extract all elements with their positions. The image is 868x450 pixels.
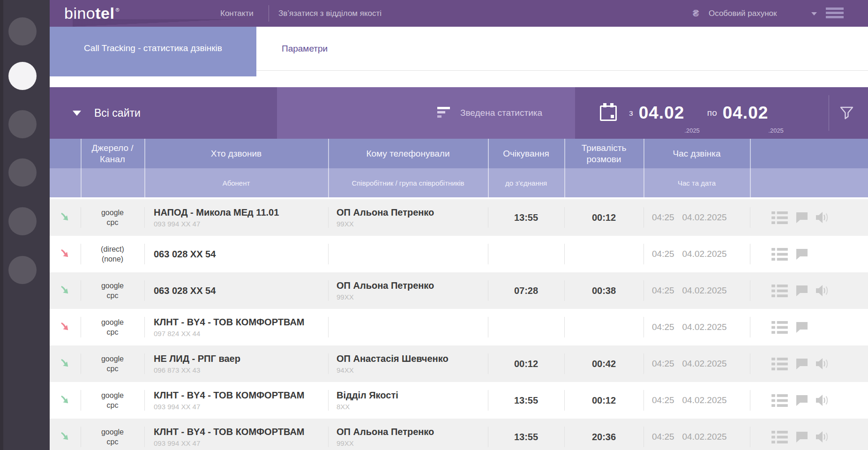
subheader-call-time: Час та дата <box>644 168 750 197</box>
binotel-logo[interactable]: binotel® <box>64 0 120 27</box>
site-selector-label: Всі сайти <box>94 107 141 120</box>
caller-phone: 097 824 XX 44 <box>154 330 200 338</box>
nav-quality-link[interactable]: Зв’язатися з відділом якості <box>278 0 382 27</box>
account-menu[interactable]: Особовий рахунок <box>709 0 777 27</box>
top-header: binotel® Контакти Зв’язатися з відділом … <box>0 0 868 27</box>
hamburger-menu-icon[interactable] <box>826 8 844 20</box>
callee-name: ОП Альона Петренко <box>337 427 434 437</box>
call-date: 04.02.2025 <box>682 285 727 296</box>
callee-cell <box>328 236 488 272</box>
callee-name: ОП Анастасія Шевченко <box>337 353 449 364</box>
table-subheader-row: Абонент Співробітник / група співробітни… <box>50 168 868 197</box>
tab-call-tracking[interactable]: Call Tracking - статистика дзвінків <box>50 27 256 76</box>
sidebar-avatar[interactable] <box>8 158 37 187</box>
table-row: (direct)(none) 063 028 XX 54 04:25 04.02… <box>50 236 868 272</box>
missed-call-icon <box>60 321 71 334</box>
callee-cell <box>328 309 488 345</box>
call-time-cell: 04:25 04.02.2025 <box>644 345 750 382</box>
waiting-time-cell: 13:55 <box>488 382 564 419</box>
duration-cell: 00:42 <box>564 345 644 382</box>
col-header-waiting: Очікування <box>488 139 564 168</box>
comment-icon[interactable] <box>796 395 808 406</box>
callee-extension: 99XX <box>337 439 354 447</box>
call-details-icon[interactable] <box>771 321 788 334</box>
call-details-icon[interactable] <box>771 211 788 224</box>
summary-stats-link[interactable]: Зведена статистика <box>460 108 542 118</box>
callee-name: ОП Альона Петренко <box>337 207 434 218</box>
calendar-icon[interactable] <box>600 105 617 121</box>
app-sidebar <box>0 0 50 450</box>
incoming-call-icon <box>60 357 71 371</box>
tab-parameters[interactable]: Параметри <box>282 27 328 70</box>
call-time-cell: 04:25 04.02.2025 <box>644 199 750 236</box>
row-actions <box>750 382 868 419</box>
comment-icon[interactable] <box>796 431 808 442</box>
comment-icon[interactable] <box>796 285 808 296</box>
row-actions <box>750 236 868 272</box>
dropdown-triangle-icon <box>73 111 81 116</box>
caller-name: КЛНТ - BY4 - ТОВ КОМФОРТВАМ <box>154 390 305 401</box>
summary-stats-icon <box>437 107 450 120</box>
call-time: 04:25 <box>652 395 674 405</box>
audio-icon[interactable] <box>816 431 829 442</box>
callee-name: ОП Альона Петренко <box>337 280 434 291</box>
chevron-down-icon[interactable] <box>811 12 817 15</box>
caller-name: 063 028 XX 54 <box>154 249 216 260</box>
filter-funnel-icon[interactable] <box>840 106 853 122</box>
audio-icon[interactable] <box>816 212 829 223</box>
date-range-picker: з 04.02 .2025 по 04.02 .2025 <box>575 87 868 139</box>
duration-cell <box>564 236 644 272</box>
callee-cell: Відділ Якості 8XX <box>328 382 488 419</box>
duration-cell: 20:36 <box>564 419 644 450</box>
call-time-cell: 04:25 04.02.2025 <box>644 236 750 272</box>
caller-cell: КЛНТ - BY4 - ТОВ КОМФОРТВАМ 097 824 XX 4… <box>144 309 328 345</box>
call-details-icon[interactable] <box>771 394 788 407</box>
caller-cell: КЛНТ - BY4 - ТОВ КОМФОРТВАМ 093 994 XX 4… <box>144 382 328 419</box>
incoming-call-icon <box>60 394 71 407</box>
sidebar-avatar[interactable] <box>8 62 37 90</box>
callee-extension: 8XX <box>337 403 350 411</box>
nav-contacts-link[interactable]: Контакти <box>220 0 254 27</box>
comment-icon[interactable] <box>796 358 808 369</box>
call-details-icon[interactable] <box>771 285 788 297</box>
caller-name: 063 028 XX 54 <box>154 285 216 296</box>
audio-icon[interactable] <box>816 285 829 296</box>
call-date: 04.02.2025 <box>682 432 727 442</box>
caller-name: НЕ ЛИД - РПГ ваер <box>154 353 240 364</box>
waiting-time-cell: 07:28 <box>488 272 564 309</box>
comment-icon[interactable] <box>796 322 808 333</box>
date-from-label: з <box>629 108 633 118</box>
call-details-icon[interactable] <box>771 431 788 443</box>
site-selector[interactable]: Всі сайти <box>50 87 277 139</box>
date-from-value[interactable]: 04.02 <box>639 103 685 123</box>
comment-icon[interactable] <box>796 212 808 223</box>
call-time-cell: 04:25 04.02.2025 <box>644 309 750 345</box>
callee-name: Відділ Якості <box>337 390 398 401</box>
currency-icon: ₴ <box>693 0 699 27</box>
sidebar-avatar[interactable] <box>8 207 37 235</box>
audio-icon[interactable] <box>816 395 829 406</box>
call-date: 04.02.2025 <box>682 395 727 405</box>
audio-icon[interactable] <box>816 358 829 369</box>
registered-mark: ® <box>115 7 120 13</box>
date-to-value[interactable]: 04.02 <box>723 103 769 123</box>
col-header-source: Джерело / Канал <box>81 139 144 168</box>
sidebar-avatar[interactable] <box>8 17 37 45</box>
row-actions <box>750 199 868 236</box>
incoming-call-icon <box>60 430 71 444</box>
table-row: googlecpc НЕ ЛИД - РПГ ваер 096 873 XX 4… <box>50 345 868 382</box>
sidebar-avatar[interactable] <box>8 110 37 138</box>
caller-phone: 093 994 XX 47 <box>154 220 200 228</box>
call-details-icon[interactable] <box>771 358 788 370</box>
callee-extension: 99XX <box>337 293 354 301</box>
call-log-table-body: googlecpc НАПОД - Микола МЕд 11.01 093 9… <box>50 199 868 450</box>
call-details-icon[interactable] <box>771 248 788 261</box>
call-date: 04.02.2025 <box>682 322 727 332</box>
duration-cell: 00:12 <box>564 199 644 236</box>
callee-extension: 99XX <box>337 220 354 228</box>
row-actions <box>750 345 868 382</box>
row-actions <box>750 419 868 450</box>
comment-icon[interactable] <box>796 248 808 260</box>
sidebar-avatar[interactable] <box>8 256 37 284</box>
logo-text-regular: bino <box>64 4 95 22</box>
